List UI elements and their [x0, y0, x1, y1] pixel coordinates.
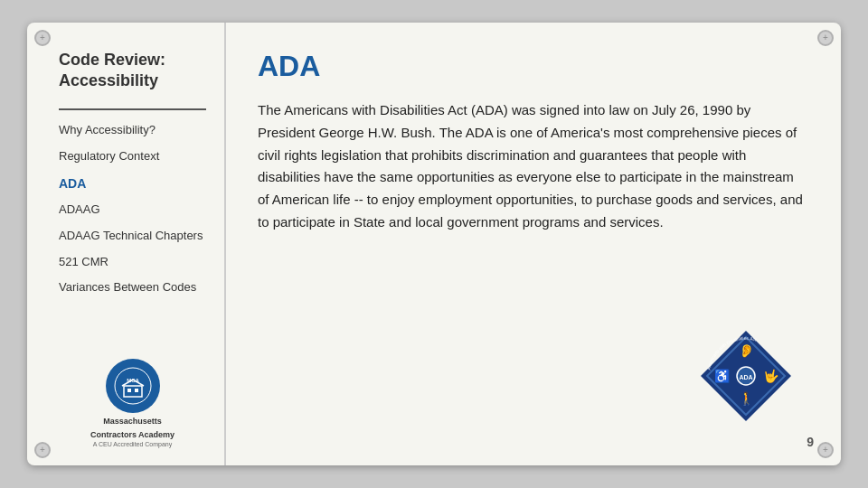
svg-text:🚶: 🚶	[739, 391, 755, 407]
nav-item-521cmr[interactable]: 521 CMR	[59, 255, 206, 270]
sidebar-nav: Why Accessibility? Regulatory Context AD…	[59, 123, 206, 350]
logo-icon: MCA	[106, 359, 160, 413]
slide: Code Review: Accessibility Why Accessibi…	[27, 23, 841, 465]
sidebar-logo: MCA Massachusetts Contractors Academy A …	[59, 350, 206, 447]
svg-rect-3	[127, 389, 131, 392]
nav-item-regulatory-context[interactable]: Regulatory Context	[59, 149, 206, 164]
svg-text:🤟: 🤟	[763, 369, 779, 384]
content-title: ADA	[258, 50, 805, 83]
screw-top-left	[34, 30, 51, 46]
page-number: 9	[807, 435, 814, 449]
logo-text-line1: Massachusetts	[103, 417, 162, 427]
screw-bottom-left	[34, 442, 51, 458]
nav-item-adaag[interactable]: ADAAG	[59, 202, 206, 218]
logo-text-line2: Contractors Academy	[90, 430, 175, 441]
ada-diamond-svg: 👂 ♿ 🤟 🚶 ADA Americans with Disabilities …	[696, 326, 796, 426]
svg-text:ADA: ADA	[739, 374, 752, 380]
sidebar-divider	[59, 108, 206, 110]
nav-item-ada[interactable]: ADA	[59, 175, 206, 192]
svg-text:👂: 👂	[739, 343, 755, 359]
sidebar-title: Code Review: Accessibility	[59, 50, 206, 92]
nav-item-adaag-technical[interactable]: ADAAG Technical Chapters	[59, 229, 206, 244]
svg-rect-4	[135, 389, 138, 392]
logo-subtext: A CEU Accredited Company	[93, 441, 173, 447]
nav-item-variances[interactable]: Variances Between Codes	[59, 280, 206, 296]
sidebar: Code Review: Accessibility Why Accessibi…	[27, 23, 226, 465]
nav-item-why-accessibility[interactable]: Why Accessibility?	[59, 123, 206, 138]
svg-text:♿: ♿	[714, 369, 731, 384]
ada-logo: 👂 ♿ 🤟 🚶 ADA Americans with Disabilities …	[696, 326, 796, 429]
main-content: ADA The Americans with Disabilities Act …	[226, 23, 841, 465]
